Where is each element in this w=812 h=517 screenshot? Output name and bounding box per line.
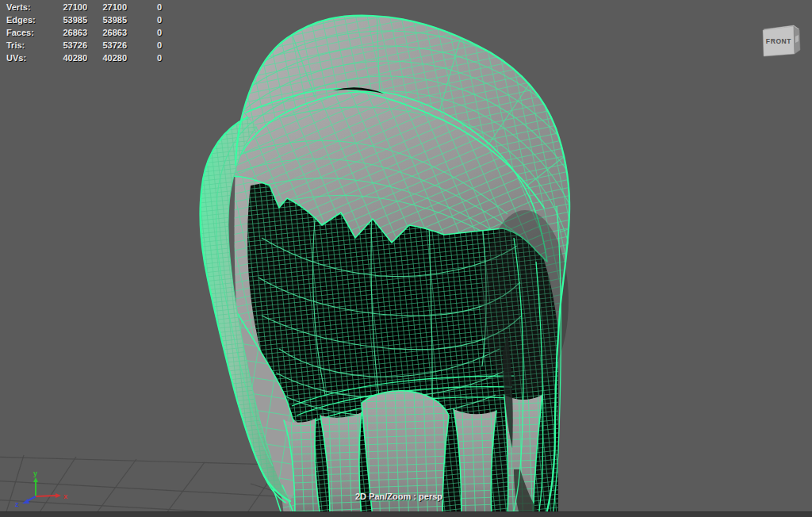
- poly-count-hud: Verts: 27100 27100 0 Edges: 53985 53985 …: [6, 1, 162, 64]
- hud-label: Verts:: [6, 1, 52, 13]
- hud-value: 53985: [87, 13, 127, 26]
- hud-value: 53726: [52, 39, 87, 52]
- hud-value: 40280: [52, 52, 87, 64]
- hud-value: 40280: [87, 52, 127, 64]
- hud-value: 26863: [87, 26, 127, 39]
- hud-value: 27100: [87, 1, 127, 13]
- window-bottom-edge: [0, 511, 812, 517]
- axis-x-label: x: [63, 492, 67, 500]
- hud-row-faces: Faces: 26863 26863 0: [6, 26, 162, 39]
- viewport-3d[interactable]: y x z FRONT: [0, 0, 812, 517]
- hud-label: Edges:: [6, 13, 52, 26]
- maya-viewport-window: y x z FRONT Verts: 27100 27100 0 Edges: …: [0, 0, 812, 517]
- pan-zoom-camera-label: 2D Pan/Zoom : persp: [355, 492, 442, 501]
- view-cube-front-label: FRONT: [766, 37, 791, 45]
- hud-value: 0: [127, 13, 162, 26]
- hud-value: 26863: [52, 26, 87, 39]
- axis-y-label: y: [33, 469, 37, 477]
- hud-label: UVs:: [6, 52, 52, 64]
- hud-value: 53985: [52, 13, 87, 26]
- hud-label: Tris:: [6, 39, 52, 52]
- hud-value: 0: [127, 26, 162, 39]
- axis-z-label: z: [15, 500, 19, 508]
- hud-row-uvs: UVs: 40280 40280 0: [6, 52, 162, 64]
- hud-value: 0: [127, 39, 162, 52]
- hud-value: 0: [127, 1, 162, 13]
- hud-row-verts: Verts: 27100 27100 0: [6, 1, 162, 13]
- hud-label: Faces:: [6, 26, 52, 39]
- hud-value: 53726: [87, 39, 127, 52]
- hud-value: 0: [127, 52, 162, 64]
- hud-row-tris: Tris: 53726 53726 0: [6, 39, 162, 52]
- view-cube[interactable]: FRONT: [763, 25, 800, 56]
- hud-value: 27100: [52, 1, 87, 13]
- hud-row-edges: Edges: 53985 53985 0: [6, 13, 162, 26]
